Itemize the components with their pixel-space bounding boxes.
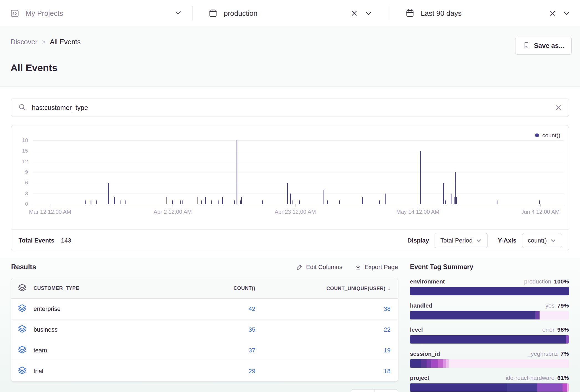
date-range-filter[interactable]: Last 90 days — [389, 0, 580, 27]
column-header-count-unique[interactable]: COUNT_UNIQUE(USER)↓ — [263, 285, 398, 292]
chart-bar — [172, 200, 173, 204]
cell-count-link[interactable]: 37 — [248, 347, 255, 354]
clear-search-icon[interactable] — [555, 104, 562, 111]
tag-top-value: ido-react-hardware — [506, 374, 555, 382]
x-axis-tick — [540, 204, 541, 207]
chart-bar — [211, 200, 212, 204]
save-as-label: Save as... — [534, 42, 564, 50]
project-selector[interactable]: My Projects — [0, 0, 193, 27]
display-select[interactable]: Total Period — [435, 233, 488, 248]
events-chart-panel: count() 0369121518Mar 12 12:00 AMApr 2 1… — [11, 125, 569, 251]
tag-bar-segment[interactable] — [566, 335, 569, 344]
tag-bar-segment[interactable] — [427, 359, 431, 368]
chart-bar — [290, 194, 291, 204]
yaxis-select[interactable]: count() — [522, 233, 562, 248]
search-input[interactable] — [31, 104, 550, 112]
chart-bar — [96, 200, 97, 204]
y-axis-tick-label: 9 — [11, 169, 28, 175]
save-as-button[interactable]: Save as... — [515, 37, 572, 55]
tag-bar-segment[interactable] — [410, 311, 535, 319]
search-bar[interactable] — [11, 99, 569, 117]
page-title: All Events — [11, 62, 57, 73]
chart-gridline — [33, 162, 564, 162]
cell-count-unique-link[interactable]: 18 — [384, 368, 391, 375]
tag-name: handled — [410, 302, 432, 310]
cell-count-link[interactable]: 42 — [248, 305, 255, 312]
environment-filter-label: production — [224, 9, 257, 18]
chart-bar — [497, 200, 497, 204]
tag-name: level — [410, 326, 423, 334]
cell-count-unique-link[interactable]: 38 — [384, 305, 391, 312]
tag-bar-segment[interactable] — [540, 311, 569, 319]
tag-bar-segment[interactable] — [421, 359, 427, 368]
tag-bar-segment[interactable] — [537, 383, 563, 392]
y-axis-tick-label: 0 — [11, 201, 28, 207]
tag-bar-segment[interactable] — [507, 383, 537, 392]
download-icon — [355, 264, 361, 270]
stack-icon — [18, 304, 26, 314]
x-axis-tick — [50, 204, 50, 207]
display-select-value: Total Period — [440, 237, 473, 244]
chevron-down-icon — [550, 238, 556, 244]
cell-count-unique-link[interactable]: 22 — [384, 326, 391, 333]
cell-count-link[interactable]: 29 — [248, 368, 255, 375]
table-header-row: CUSTOMER_TYPE COUNT() COUNT_UNIQUE(USER)… — [11, 278, 398, 299]
chart-bar — [454, 197, 455, 204]
tag-bar-segment[interactable] — [410, 287, 569, 295]
chevron-down-icon[interactable] — [365, 9, 372, 17]
export-page-button[interactable]: Export Page — [355, 264, 398, 271]
column-header-count[interactable]: COUNT() — [185, 285, 263, 291]
bookmark-icon — [523, 41, 530, 50]
tag-bar-segment[interactable] — [449, 359, 569, 368]
chevron-down-icon[interactable] — [563, 9, 571, 17]
tag-bar-segment[interactable] — [446, 359, 449, 368]
x-axis-tick — [173, 204, 173, 207]
chart-bar — [197, 197, 198, 204]
tag-bar-segment[interactable] — [438, 359, 443, 368]
chevron-down-icon[interactable] — [174, 9, 182, 18]
chart-bar — [222, 197, 223, 204]
edit-columns-button[interactable]: Edit Columns — [296, 264, 342, 271]
x-axis-tick-label: Apr 23 12:00 AM — [274, 209, 316, 215]
tag-bar-segment[interactable] — [410, 335, 566, 344]
chart-bar — [201, 200, 202, 204]
tag-top-percent: 79% — [557, 302, 569, 310]
edit-columns-label: Edit Columns — [306, 264, 342, 271]
previous-page-button[interactable]: ‹ — [351, 389, 374, 392]
tag-name: project — [410, 374, 429, 382]
environment-filter[interactable]: production — [193, 0, 389, 27]
tag-bar-segment[interactable] — [443, 359, 446, 368]
results-table: CUSTOMER_TYPE COUNT() COUNT_UNIQUE(USER)… — [11, 278, 398, 382]
tag-bar-segment[interactable] — [567, 383, 569, 392]
x-axis-tick — [418, 204, 418, 207]
tag-bar-segment[interactable] — [410, 359, 421, 368]
tag-distribution-bar — [410, 383, 569, 392]
top-filter-bar: My Projects production Last 90 days — [0, 0, 580, 27]
tag-bar-segment[interactable] — [431, 359, 438, 368]
tag-bar-segment[interactable] — [410, 383, 507, 392]
tag-bar-segment[interactable] — [535, 311, 539, 319]
column-header-customer-type[interactable]: CUSTOMER_TYPE — [34, 285, 79, 291]
tag-bar-segment[interactable] — [563, 383, 567, 392]
display-label: Display — [407, 237, 429, 244]
total-events-label: Total Events — [19, 237, 54, 244]
chart-bar — [85, 200, 86, 204]
clear-environment-icon[interactable] — [351, 10, 358, 17]
cell-count-link[interactable]: 35 — [248, 326, 255, 333]
next-page-button[interactable]: › — [374, 389, 398, 392]
chart-bar — [339, 200, 340, 204]
x-axis-line — [33, 204, 564, 204]
table-row: team3719 — [11, 340, 398, 361]
tag-row: projectido-react-hardware61% — [410, 374, 569, 392]
total-events-value: 143 — [61, 237, 71, 244]
chart-gridline — [33, 172, 564, 172]
chart-bar — [292, 200, 293, 204]
cell-count-unique-link[interactable]: 19 — [384, 347, 391, 354]
chevron-down-icon — [476, 238, 482, 244]
clear-date-icon[interactable] — [549, 10, 556, 17]
chart-bar — [262, 200, 263, 204]
tag-name: session_id — [410, 350, 440, 358]
breadcrumb-discover-link[interactable]: Discover — [11, 38, 37, 46]
tag-top-value: production — [524, 278, 551, 285]
tag-row: levelerror98% — [410, 326, 569, 344]
